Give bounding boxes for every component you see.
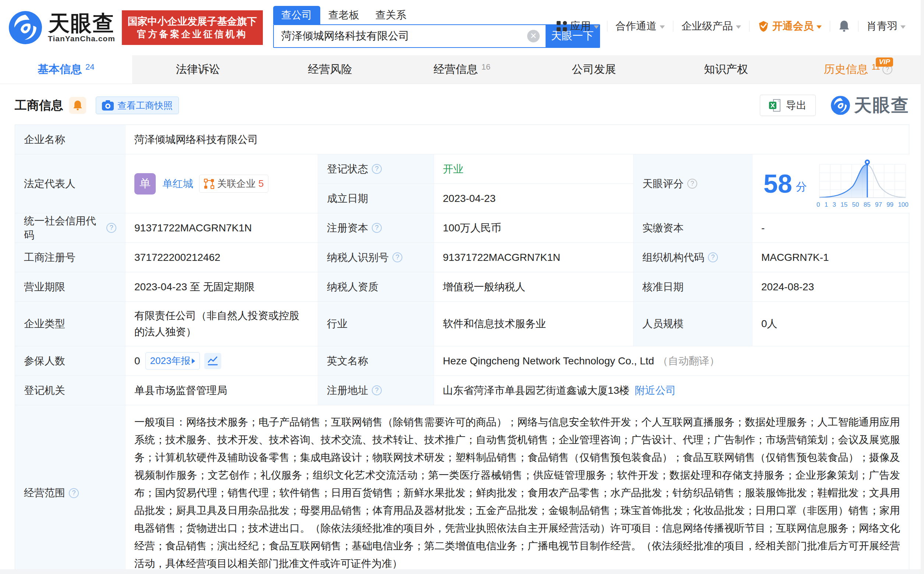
clear-search-icon[interactable]: ✕ bbox=[527, 30, 540, 43]
nav-item-cooperation[interactable]: 合作通道 bbox=[607, 19, 673, 33]
business-scope-value: 一般项目：网络技术服务；电子产品销售；互联网销售（除销售需要许可的商品）；网络与… bbox=[126, 405, 909, 574]
help-icon[interactable]: ? bbox=[372, 223, 382, 233]
chevron-down-icon bbox=[817, 25, 822, 29]
staff-size-label: 人员规模 bbox=[633, 302, 753, 346]
paid-capital-label: 实缴资本 bbox=[633, 213, 753, 243]
help-icon[interactable]: ? bbox=[687, 179, 697, 189]
notification-bell[interactable] bbox=[830, 20, 858, 32]
tianyancha-logo-icon bbox=[8, 10, 43, 45]
related-companies-chip[interactable]: 关联企业 5 bbox=[199, 175, 269, 193]
legal-rep-value: 单 单红城 关联企业 5 bbox=[126, 155, 318, 213]
table-row-insured-count: 参保人数 0 2023年报 英文名称 Heze Qingcheng Networ… bbox=[15, 346, 909, 376]
industry-label: 行业 bbox=[318, 302, 434, 346]
score-axis: 0131550859799100 bbox=[817, 201, 908, 208]
score-axis-tick: 99 bbox=[886, 201, 893, 208]
triangle-right-icon bbox=[192, 358, 195, 364]
table-row-reg-number: 工商注册号 371722200212462 纳税人识别号 ? 91371722M… bbox=[15, 243, 909, 272]
tab-basic-info[interactable]: 基本信息 24 bbox=[0, 55, 132, 84]
company-name-value: 菏泽倾城网络科技有限公司 bbox=[126, 125, 909, 154]
business-info-section-header: 工商信息 查看工商快照 bbox=[0, 84, 924, 123]
view-business-snapshot-button[interactable]: 查看工商快照 bbox=[96, 96, 179, 114]
taxpayer-id-value: 91371722MACGRN7K1N bbox=[434, 243, 633, 272]
help-icon[interactable]: ? bbox=[393, 252, 402, 262]
line-chart-icon bbox=[207, 356, 218, 366]
top-nav: 应用 合作通道 企业级产品 开通会员 bbox=[548, 19, 914, 33]
nav-item-enterprise[interactable]: 企业级产品 bbox=[673, 19, 749, 33]
status-date-subtable: 登记状态 ? 开业 成立日期 2023-04-23 bbox=[318, 155, 633, 213]
monitor-bell-button[interactable] bbox=[69, 97, 86, 114]
help-icon[interactable]: ? bbox=[372, 164, 382, 174]
reg-address-value: 山东省菏泽市单县园艺街道鑫诚大厦13楼 附近公司 bbox=[434, 376, 909, 405]
watermark-text: 天眼查 bbox=[854, 94, 909, 117]
tab-operation-risk[interactable]: 经营风险 bbox=[264, 55, 396, 84]
label-text: 经营范围 bbox=[24, 486, 65, 500]
tab-intellectual-property[interactable]: 知识产权 bbox=[660, 55, 792, 84]
bell-icon bbox=[72, 100, 83, 111]
org-code-value: MACGRN7K-1 bbox=[753, 243, 909, 272]
taxpayer-quality-value: 增值税一般纳税人 bbox=[434, 272, 633, 301]
chevron-down-icon bbox=[736, 25, 741, 29]
tab-company-development[interactable]: 公司发展 bbox=[528, 55, 660, 84]
legal-rep-avatar[interactable]: 单 bbox=[134, 173, 156, 194]
export-button-label: 导出 bbox=[786, 98, 806, 112]
tab-legal-litigation[interactable]: 法律诉讼 bbox=[132, 55, 264, 84]
tab-count: 16 bbox=[481, 62, 490, 72]
reg-number-value: 371722200212462 bbox=[126, 243, 318, 272]
help-icon[interactable]: ? bbox=[106, 223, 116, 233]
auto-translate-note: （自动翻译） bbox=[658, 354, 720, 368]
tab-count: 24 bbox=[85, 62, 94, 72]
score-axis-tick: 100 bbox=[898, 201, 908, 208]
logo-domain-text: TianYanCha.com bbox=[48, 34, 115, 43]
legal-rep-name-link[interactable]: 单红城 bbox=[162, 177, 193, 191]
reg-number-label: 工商注册号 bbox=[15, 243, 126, 272]
nav-label: 合作通道 bbox=[616, 19, 657, 33]
label-text: 组织机构代码 bbox=[643, 251, 704, 265]
table-row-credit-code: 统一社会信用代码 ? 91371722MACGRN7K1N 注册资本 ? 100… bbox=[15, 213, 909, 243]
label-text: 注册地址 bbox=[327, 383, 368, 397]
gov-badge-line2: 官方备案企业征信机构 bbox=[128, 28, 257, 41]
page-bottom-divider bbox=[0, 569, 924, 574]
help-icon[interactable]: ? bbox=[708, 252, 718, 262]
tab-history-info[interactable]: VIP 历史信息 11 ? bbox=[792, 55, 924, 84]
search-input[interactable] bbox=[274, 30, 527, 43]
scrollbar-track[interactable] bbox=[921, 0, 924, 574]
staff-size-value: 0人 bbox=[753, 302, 909, 346]
label-text: 统一社会信用代码 bbox=[24, 214, 103, 242]
search-tab-company[interactable]: 查公司 bbox=[273, 6, 320, 24]
site-logo[interactable]: 天眼查 TianYanCha.com bbox=[8, 10, 115, 45]
label-text: 注册资本 bbox=[327, 221, 368, 235]
nav-item-user[interactable]: 肖青羽 bbox=[858, 19, 914, 33]
nav-item-vip-upgrade[interactable]: 开通会员 bbox=[750, 19, 830, 33]
score-axis-tick: 3 bbox=[832, 201, 836, 208]
company-type-label: 企业类型 bbox=[15, 302, 126, 346]
tab-operation-info[interactable]: 经营信息 16 bbox=[396, 55, 528, 84]
table-row-legal-rep: 法定代表人 单 单红城 关联企业 5 bbox=[15, 155, 909, 213]
search-tab-boss[interactable]: 查老板 bbox=[320, 6, 368, 24]
username-text: 肖青羽 bbox=[867, 19, 897, 33]
table-row-business-term: 营业期限 2023-04-23 至 无固定期限 纳税人资质 增值税一般纳税人 核… bbox=[15, 272, 909, 302]
score-axis-tick: 50 bbox=[852, 201, 859, 208]
score-distribution-chart[interactable]: 0131550859799100 bbox=[817, 159, 908, 208]
label-text: 纳税人识别号 bbox=[327, 251, 389, 265]
address-text: 山东省菏泽市单县园艺街道鑫诚大厦13楼 bbox=[443, 383, 630, 397]
export-button[interactable]: 导出 bbox=[760, 95, 816, 116]
insured-trend-chart-button[interactable] bbox=[204, 353, 221, 369]
nav-item-apps[interactable]: 应用 bbox=[548, 19, 607, 33]
tab-label: 历史信息 bbox=[824, 62, 868, 77]
insured-count-value: 0 2023年报 bbox=[126, 346, 318, 375]
score-axis-tick: 15 bbox=[841, 201, 847, 208]
score-axis-tick: 1 bbox=[825, 201, 828, 208]
help-icon[interactable]: ? bbox=[69, 488, 79, 498]
apps-grid-icon bbox=[556, 20, 567, 32]
credit-code-label: 统一社会信用代码 ? bbox=[15, 213, 126, 243]
reg-address-label: 注册地址 ? bbox=[318, 376, 434, 405]
section-title: 工商信息 bbox=[15, 97, 63, 114]
english-name-label: 英文名称 bbox=[318, 346, 434, 375]
org-code-label: 组织机构代码 ? bbox=[633, 243, 753, 272]
help-icon[interactable]: ? bbox=[372, 385, 382, 395]
annual-report-link[interactable]: 2023年报 bbox=[145, 352, 200, 369]
nearby-companies-link[interactable]: 附近公司 bbox=[635, 383, 676, 397]
nav-label: 开通会员 bbox=[772, 19, 814, 33]
search-tab-relation[interactable]: 查关系 bbox=[368, 6, 415, 24]
company-name-label: 企业名称 bbox=[15, 125, 126, 154]
